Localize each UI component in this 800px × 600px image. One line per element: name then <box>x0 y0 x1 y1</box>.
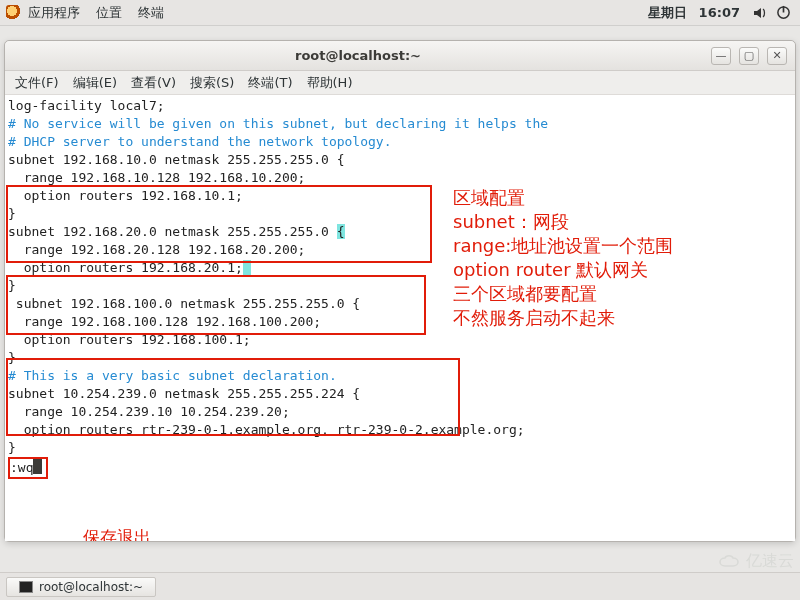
wq-highlight-box: :wq <box>8 457 48 479</box>
panel-menu-applications[interactable]: 应用程序 <box>28 4 80 22</box>
term-command-line[interactable]: :wq <box>5 457 795 479</box>
titlebar[interactable]: root@localhost:~ — ▢ ✕ <box>5 41 795 71</box>
window-minimize-button[interactable]: — <box>711 47 731 65</box>
term-line: } <box>5 439 795 457</box>
watermark: 亿速云 <box>718 551 794 572</box>
menu-help[interactable]: 帮助(H) <box>307 74 353 92</box>
panel-menu-places[interactable]: 位置 <box>96 4 122 22</box>
window-maximize-button[interactable]: ▢ <box>739 47 759 65</box>
term-line: # No service will be given on this subne… <box>5 115 795 133</box>
menu-file[interactable]: 文件(F) <box>15 74 59 92</box>
panel-day: 星期日 <box>648 4 687 22</box>
window-title: root@localhost:~ <box>13 48 703 63</box>
desktop-taskbar: root@localhost:~ <box>0 572 800 600</box>
term-line: # DHCP server to understand the network … <box>5 133 795 151</box>
terminal-cursor <box>33 459 42 474</box>
panel-menu-terminal[interactable]: 终端 <box>138 4 164 22</box>
app-menubar: 文件(F) 编辑(E) 查看(V) 搜索(S) 终端(T) 帮助(H) <box>5 71 795 95</box>
annotation-box-1 <box>6 185 432 263</box>
panel-time: 16:07 <box>699 5 740 20</box>
taskbar-task-terminal[interactable]: root@localhost:~ <box>6 577 156 597</box>
desktop-top-panel: 应用程序 位置 终端 星期日 16:07 <box>0 0 800 26</box>
term-line: subnet 192.168.10.0 netmask 255.255.255.… <box>5 151 795 169</box>
term-line: log-facility local7; <box>5 97 795 115</box>
sound-icon[interactable] <box>752 5 770 21</box>
menu-edit[interactable]: 编辑(E) <box>73 74 117 92</box>
terminal-window: root@localhost:~ — ▢ ✕ 文件(F) 编辑(E) 查看(V)… <box>4 40 796 542</box>
menu-terminal[interactable]: 终端(T) <box>248 74 292 92</box>
terminal-viewport[interactable]: log-facility local7; # No service will b… <box>5 95 795 541</box>
annotation-text-block: 区域配置 subnet：网段 range:地址池设置一个范围 option ro… <box>453 189 673 333</box>
window-close-button[interactable]: ✕ <box>767 47 787 65</box>
power-icon[interactable] <box>776 5 794 20</box>
annotation-box-3 <box>6 358 460 436</box>
gnome-foot-icon <box>6 5 22 21</box>
terminal-app-icon <box>19 581 33 593</box>
menu-search[interactable]: 搜索(S) <box>190 74 234 92</box>
menu-view[interactable]: 查看(V) <box>131 74 176 92</box>
annotation-box-2 <box>6 275 426 335</box>
taskbar-task-label: root@localhost:~ <box>39 580 143 594</box>
